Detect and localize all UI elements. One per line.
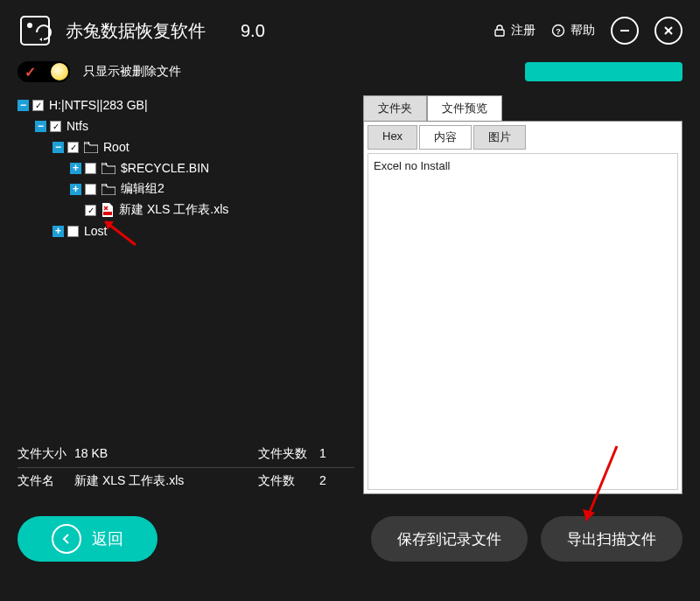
inner-tabs: Hex内容图片 (368, 125, 678, 150)
node-label: Lost (84, 224, 107, 238)
expand-icon[interactable]: + (70, 163, 81, 174)
expand-icon[interactable]: + (70, 184, 81, 195)
collapse-icon[interactable]: − (52, 142, 64, 153)
lock-icon (494, 24, 506, 37)
toggle-label: 只显示被删除文件 (83, 64, 181, 80)
back-arrow-icon (52, 524, 81, 554)
help-link[interactable]: ? 帮助 (551, 23, 595, 38)
folder-icon (102, 184, 116, 195)
tree-node[interactable]: −✓H:|NTFS||283 GB| (18, 95, 354, 115)
app-version: 9.0 (241, 21, 265, 41)
tree-node[interactable]: +Lost (18, 221, 354, 241)
checkbox[interactable] (85, 163, 96, 174)
inner-tab-2[interactable]: 图片 (473, 125, 526, 150)
bottom-bar: 返回 保存到记录文件 导出扫描文件 (0, 503, 700, 575)
help-icon: ? (551, 24, 565, 38)
svg-rect-0 (21, 17, 49, 45)
outer-tab-1[interactable]: 文件预览 (427, 95, 502, 121)
checkbox[interactable] (85, 184, 96, 195)
tree-node[interactable]: ✓新建 XLS 工作表.xls (18, 200, 354, 220)
tree-panel: −✓H:|NTFS||283 GB|−✓Ntfs−✓Root+$RECYCLE.… (18, 95, 363, 494)
filecount-label: 文件数 (258, 473, 319, 489)
check-icon: ✓ (24, 64, 36, 80)
outer-tab-0[interactable]: 文件夹 (363, 95, 427, 121)
register-link[interactable]: 注册 (494, 23, 536, 38)
help-label: 帮助 (570, 23, 595, 38)
export-label: 导出扫描文件 (567, 529, 656, 549)
minimize-button[interactable] (611, 17, 639, 45)
filename-label: 文件名 (18, 473, 74, 489)
svg-rect-2 (495, 30, 504, 36)
foldercount-value: 1 (319, 446, 354, 462)
save-record-button[interactable]: 保存到记录文件 (371, 516, 528, 562)
folder-icon (102, 163, 116, 174)
collapse-icon[interactable]: − (35, 121, 46, 132)
preview-content: Excel no Install (368, 153, 678, 490)
toggle-knob (51, 63, 68, 80)
svg-text:?: ? (556, 27, 561, 36)
filename-value: 新建 XLS 工作表.xls (74, 473, 258, 489)
file-tree[interactable]: −✓H:|NTFS||283 GB|−✓Ntfs−✓Root+$RECYCLE.… (18, 95, 354, 437)
filesize-value: 18 KB (74, 446, 258, 462)
tree-node[interactable]: −✓Ntfs (18, 116, 354, 136)
node-label: 编辑组2 (121, 181, 164, 197)
app-icon (18, 13, 52, 48)
file-xls-icon (102, 203, 114, 217)
foldercount-label: 文件夹数 (258, 446, 319, 462)
checkbox[interactable]: ✓ (67, 142, 79, 153)
filter-row: ✓ 只显示被删除文件 (0, 61, 700, 82)
register-label: 注册 (511, 23, 536, 38)
node-label: 新建 XLS 工作表.xls (119, 202, 228, 218)
deleted-only-toggle[interactable]: ✓ (18, 61, 70, 82)
checkbox[interactable]: ✓ (50, 121, 61, 132)
node-label: Root (103, 140, 130, 154)
collapse-icon[interactable]: − (18, 100, 29, 111)
inner-tab-1[interactable]: 内容 (419, 125, 472, 150)
node-label: $RECYCLE.BIN (121, 161, 209, 175)
outer-tabs: 文件夹文件预览 (363, 95, 682, 121)
app-header: 赤兔数据恢复软件 9.0 注册 ? 帮助 (0, 0, 700, 61)
expand-icon[interactable]: + (52, 226, 64, 237)
inner-tab-0[interactable]: Hex (368, 125, 417, 150)
preview-panel: 文件夹文件预览 Hex内容图片 Excel no Install (363, 95, 682, 494)
back-button[interactable]: 返回 (18, 516, 158, 562)
folder-icon (84, 142, 98, 153)
back-label: 返回 (92, 528, 123, 549)
svg-rect-8 (103, 212, 112, 215)
app-title: 赤兔数据恢复软件 (66, 19, 206, 43)
checkbox[interactable] (67, 226, 79, 237)
export-button[interactable]: 导出扫描文件 (541, 516, 682, 562)
preview-text: Excel no Install (374, 159, 450, 172)
svg-point-1 (27, 23, 32, 28)
node-label: H:|NTFS||283 GB| (49, 98, 148, 112)
checkbox[interactable]: ✓ (85, 205, 96, 216)
stats-panel: 文件大小 18 KB 文件夹数 1 文件名 新建 XLS 工作表.xls 文件数… (18, 441, 354, 494)
tree-node[interactable]: −✓Root (18, 137, 354, 157)
filesize-label: 文件大小 (18, 446, 74, 462)
filecount-value: 2 (319, 473, 354, 489)
node-label: Ntfs (66, 119, 88, 133)
close-button[interactable] (654, 17, 682, 45)
save-record-label: 保存到记录文件 (397, 529, 501, 549)
checkbox[interactable]: ✓ (32, 100, 44, 111)
tree-node[interactable]: +$RECYCLE.BIN (18, 158, 354, 178)
preview-box: Hex内容图片 Excel no Install (363, 121, 682, 494)
tree-node[interactable]: +编辑组2 (18, 179, 354, 199)
progress-bar (525, 62, 682, 81)
